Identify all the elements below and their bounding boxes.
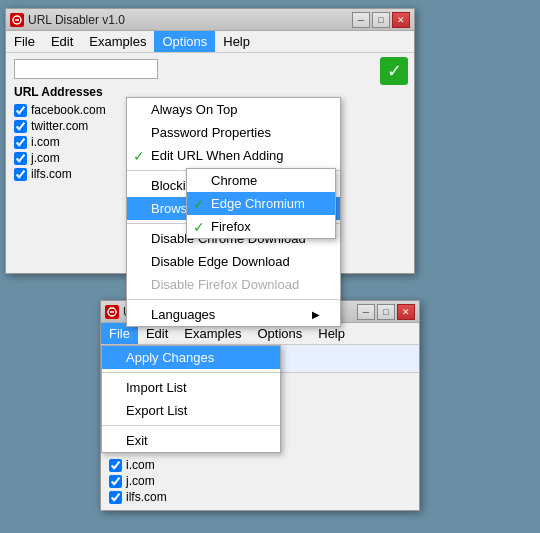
menu-bar-top: File Edit Examples Options Help: [6, 31, 414, 53]
search-input[interactable]: [14, 59, 158, 79]
arrow-icon-lang: ▶: [312, 309, 320, 320]
minimize-button-b[interactable]: ─: [357, 304, 375, 320]
list-item-b1: i.com: [109, 458, 411, 472]
menu-edit-url[interactable]: ✓ Edit URL When Adding: [127, 144, 340, 167]
restore-button[interactable]: □: [372, 12, 390, 28]
menu-file[interactable]: File: [6, 31, 43, 52]
browser-edge-chromium[interactable]: ✓ Edge Chromium: [187, 192, 335, 215]
browser-submenu: Chrome ✓ Edge Chromium ✓ Firefox: [186, 168, 336, 239]
checkbox-facebook[interactable]: [14, 104, 27, 117]
app-icon-bottom: [105, 305, 119, 319]
separator3: [127, 299, 340, 300]
checkbox-ilfs[interactable]: [14, 168, 27, 181]
close-button[interactable]: ✕: [392, 12, 410, 28]
checkbox-icom-b[interactable]: [109, 459, 122, 472]
window-title-top: URL Disabler v1.0: [28, 13, 125, 27]
edge-checkmark: ✓: [193, 196, 205, 212]
menu-apply-changes[interactable]: Apply Changes: [102, 346, 280, 369]
browser-chrome[interactable]: Chrome: [187, 169, 335, 192]
window-body-bottom: Apply Changes Import List Export List Ex…: [101, 345, 419, 510]
menu-always-on-top[interactable]: Always On Top: [127, 98, 340, 121]
checkbox-icom[interactable]: [14, 136, 27, 149]
file-sep1: [102, 372, 280, 373]
url-list-bottom: i.com j.com ilfs.com: [101, 454, 419, 510]
menu-import-list[interactable]: Import List: [102, 376, 280, 399]
menu-examples[interactable]: Examples: [81, 31, 154, 52]
restore-button-b[interactable]: □: [377, 304, 395, 320]
close-button-b[interactable]: ✕: [397, 304, 415, 320]
top-window: URL Disabler v1.0 ─ □ ✕ File Edit Exampl…: [5, 8, 415, 274]
apply-check-icon[interactable]: ✓: [380, 57, 408, 85]
browser-firefox[interactable]: ✓ Firefox: [187, 215, 335, 238]
menu-disable-edge[interactable]: Disable Edge Download: [127, 250, 340, 273]
checkbox-jcom[interactable]: [14, 152, 27, 165]
checkbox-ilfs-b[interactable]: [109, 491, 122, 504]
bottom-window: URL Disabler v1.0 ─ □ ✕ File Edit Exampl…: [100, 300, 420, 511]
menu-disable-firefox: Disable Firefox Download: [127, 273, 340, 296]
list-item-b2: j.com: [109, 474, 411, 488]
list-item-b3: ilfs.com: [109, 490, 411, 504]
file-sep2: [102, 425, 280, 426]
checkbox-jcom-b[interactable]: [109, 475, 122, 488]
edit-url-checkmark: ✓: [133, 148, 145, 164]
menu-export-list[interactable]: Export List: [102, 399, 280, 422]
title-bar-top: URL Disabler v1.0 ─ □ ✕: [6, 9, 414, 31]
menu-help[interactable]: Help: [215, 31, 258, 52]
firefox-checkmark: ✓: [193, 219, 205, 235]
app-icon: [10, 13, 24, 27]
file-dropdown: Apply Changes Import List Export List Ex…: [101, 345, 281, 453]
menu-languages[interactable]: Languages ▶: [127, 303, 340, 326]
menu-exit[interactable]: Exit: [102, 429, 280, 452]
menu-edit[interactable]: Edit: [43, 31, 81, 52]
menu-options[interactable]: Options: [154, 31, 215, 52]
window-body-top: URL Addresses facebook.com twitter.com i…: [6, 53, 414, 273]
checkbox-twitter[interactable]: [14, 120, 27, 133]
menu-password-properties[interactable]: Password Properties: [127, 121, 340, 144]
minimize-button[interactable]: ─: [352, 12, 370, 28]
